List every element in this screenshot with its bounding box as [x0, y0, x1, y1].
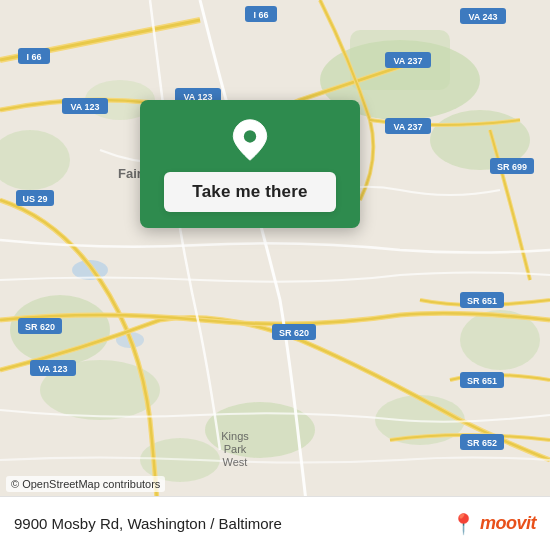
svg-text:VA 243: VA 243 — [468, 12, 497, 22]
svg-text:VA 123: VA 123 — [70, 102, 99, 112]
svg-text:US 29: US 29 — [22, 194, 47, 204]
bottom-bar: 9900 Mosby Rd, Washington / Baltimore 📍 … — [0, 496, 550, 550]
moovit-logo: 📍 moovit — [451, 512, 536, 536]
svg-text:Park: Park — [224, 443, 247, 455]
svg-text:I 66: I 66 — [26, 52, 41, 62]
svg-text:SR 620: SR 620 — [279, 328, 309, 338]
svg-text:SR 699: SR 699 — [497, 162, 527, 172]
address-label: 9900 Mosby Rd, Washington / Baltimore — [14, 515, 282, 532]
take-me-there-button[interactable]: Take me there — [164, 172, 335, 212]
location-pin-icon — [228, 118, 272, 162]
svg-text:West: West — [223, 456, 248, 468]
svg-text:SR 652: SR 652 — [467, 438, 497, 448]
moovit-wordmark: moovit — [480, 513, 536, 534]
svg-text:SR 651: SR 651 — [467, 376, 497, 386]
popup-overlay: Take me there — [140, 100, 360, 228]
svg-point-50 — [244, 130, 256, 142]
svg-text:I 66: I 66 — [253, 10, 268, 20]
svg-text:Kings: Kings — [221, 430, 249, 442]
svg-text:SR 651: SR 651 — [467, 296, 497, 306]
map-container: I 66 — [0, 0, 550, 550]
svg-text:VA 123: VA 123 — [38, 364, 67, 374]
map-background: I 66 — [0, 0, 550, 550]
svg-text:VA 237: VA 237 — [393, 122, 422, 132]
svg-text:SR 620: SR 620 — [25, 322, 55, 332]
moovit-pin-icon: 📍 — [451, 512, 476, 536]
attribution-text: © OpenStreetMap contributors — [6, 476, 165, 492]
svg-text:VA 237: VA 237 — [393, 56, 422, 66]
